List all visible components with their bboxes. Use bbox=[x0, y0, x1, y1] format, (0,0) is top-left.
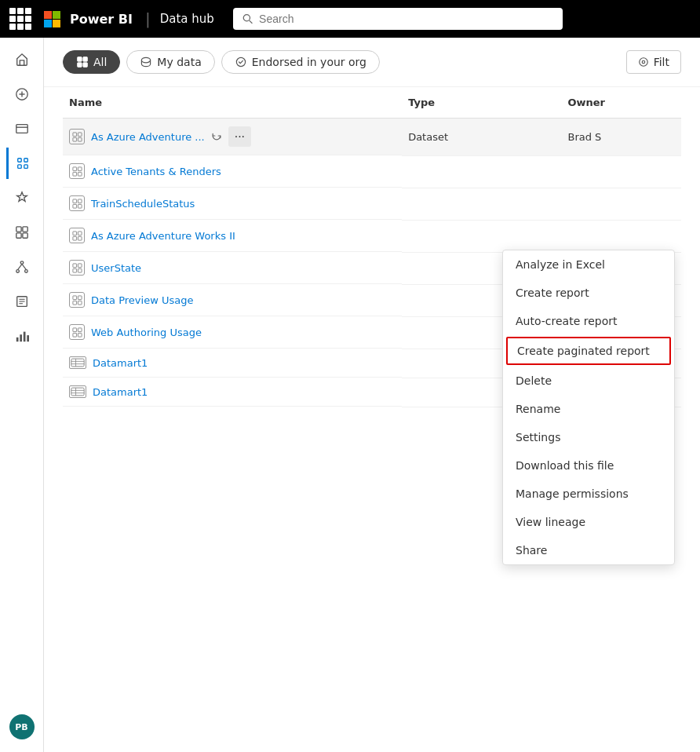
context-menu-item[interactable]: View lineage bbox=[503, 508, 674, 536]
item-name[interactable]: Datamart1 bbox=[93, 357, 148, 369]
tab-all[interactable]: All bbox=[63, 50, 120, 74]
cell-name: Data Preview Usage bbox=[63, 284, 402, 316]
context-menu: Analyze in ExcelCreate reportAuto-create… bbox=[502, 250, 675, 565]
filter-icon bbox=[638, 57, 649, 68]
filter-button[interactable]: Filt bbox=[626, 50, 681, 74]
item-name[interactable]: Web Authoring Usage bbox=[91, 327, 202, 338]
all-icon bbox=[76, 56, 89, 68]
svg-rect-27 bbox=[78, 57, 82, 62]
top-nav: Power BI | Data hub bbox=[0, 0, 700, 38]
svg-rect-26 bbox=[27, 335, 29, 341]
sidebar-item-home[interactable] bbox=[6, 44, 38, 75]
sidebar-item-deployment[interactable] bbox=[6, 251, 38, 283]
svg-point-31 bbox=[142, 57, 151, 62]
svg-rect-6 bbox=[18, 159, 22, 162]
svg-rect-29 bbox=[78, 63, 82, 68]
dataset-icon bbox=[69, 228, 85, 243]
svg-rect-25 bbox=[23, 332, 25, 342]
svg-rect-10 bbox=[16, 227, 20, 232]
sidebar-item-browse[interactable] bbox=[6, 113, 38, 144]
sidebar-item-metrics[interactable] bbox=[6, 320, 38, 352]
sidebar-item-goals[interactable] bbox=[6, 182, 38, 214]
svg-line-17 bbox=[17, 264, 21, 269]
cell-owner bbox=[561, 155, 681, 188]
tab-mydata[interactable]: My data bbox=[126, 50, 214, 74]
sidebar-item-datahub[interactable] bbox=[6, 148, 38, 179]
svg-rect-24 bbox=[20, 334, 22, 341]
context-menu-item[interactable]: Share bbox=[503, 536, 674, 564]
svg-rect-59 bbox=[72, 327, 76, 331]
item-name[interactable]: Active Tenants & Renders bbox=[91, 166, 221, 177]
item-name[interactable]: As Azure Adventure ... bbox=[91, 131, 205, 143]
filter-label: Filt bbox=[654, 56, 669, 68]
nav-divider: | bbox=[145, 9, 151, 28]
table-row: As Azure Adventure Works II bbox=[63, 220, 681, 252]
user-avatar[interactable]: PB bbox=[9, 714, 35, 739]
microsoft-logo bbox=[44, 11, 60, 27]
more-options-button[interactable]: ··· bbox=[228, 126, 251, 147]
item-name[interactable]: As Azure Adventure Works II bbox=[91, 230, 235, 242]
svg-rect-52 bbox=[78, 263, 82, 267]
svg-rect-44 bbox=[78, 199, 82, 203]
context-menu-item[interactable]: Download this file bbox=[503, 451, 674, 480]
item-name[interactable]: Datamart1 bbox=[93, 386, 148, 398]
svg-point-0 bbox=[243, 15, 250, 21]
svg-point-34 bbox=[642, 60, 645, 64]
context-menu-item[interactable]: Create report bbox=[503, 279, 674, 307]
svg-rect-45 bbox=[72, 204, 76, 208]
svg-rect-62 bbox=[78, 333, 82, 337]
svg-point-14 bbox=[20, 261, 24, 265]
svg-point-16 bbox=[24, 270, 27, 273]
datamart-icon bbox=[69, 356, 86, 369]
context-menu-item[interactable]: Delete bbox=[503, 367, 674, 395]
search-input[interactable] bbox=[259, 13, 553, 25]
svg-rect-36 bbox=[78, 132, 82, 136]
svg-rect-58 bbox=[78, 301, 82, 305]
svg-rect-11 bbox=[22, 227, 27, 232]
svg-rect-7 bbox=[24, 159, 28, 162]
item-name[interactable]: Data Preview Usage bbox=[91, 294, 193, 306]
svg-rect-50 bbox=[78, 236, 82, 240]
context-menu-item[interactable]: Rename bbox=[503, 395, 674, 423]
table-row: Active Tenants & Renders bbox=[63, 155, 681, 188]
svg-rect-49 bbox=[72, 236, 76, 240]
svg-rect-46 bbox=[78, 204, 82, 208]
main-layout: PB All My data bbox=[0, 38, 700, 752]
item-name[interactable]: TrainScheduleStatus bbox=[91, 198, 195, 210]
context-menu-item[interactable]: Analyze in Excel bbox=[503, 250, 674, 279]
cell-name: Active Tenants & Renders bbox=[63, 155, 402, 188]
svg-rect-30 bbox=[83, 63, 88, 68]
cell-type bbox=[402, 188, 561, 220]
svg-rect-37 bbox=[72, 137, 76, 141]
sidebar-item-create[interactable] bbox=[6, 78, 38, 110]
context-menu-item[interactable]: Create paginated report bbox=[506, 337, 671, 365]
dataset-icon bbox=[69, 195, 85, 211]
svg-rect-5 bbox=[16, 125, 27, 133]
dataset-icon bbox=[69, 129, 85, 144]
col-header-owner: Owner bbox=[561, 87, 681, 119]
svg-rect-13 bbox=[22, 233, 27, 238]
svg-line-18 bbox=[22, 264, 26, 269]
svg-rect-56 bbox=[78, 295, 82, 299]
app-launcher-icon[interactable] bbox=[9, 8, 31, 30]
item-name[interactable]: UserState bbox=[91, 262, 141, 274]
refresh-icon[interactable] bbox=[211, 130, 222, 144]
context-menu-item[interactable]: Manage permissions bbox=[503, 480, 674, 508]
cell-name: As Azure Adventure Works II bbox=[63, 220, 402, 252]
sidebar-item-apps[interactable] bbox=[6, 217, 38, 248]
svg-point-15 bbox=[16, 270, 19, 273]
tab-endorsed[interactable]: Endorsed in your org bbox=[221, 50, 380, 74]
search-bar[interactable] bbox=[233, 8, 563, 30]
svg-rect-35 bbox=[72, 132, 76, 136]
context-menu-item[interactable]: Settings bbox=[503, 423, 674, 451]
svg-rect-61 bbox=[72, 333, 76, 337]
svg-rect-28 bbox=[83, 57, 88, 62]
cell-name: Datamart1 bbox=[63, 349, 402, 378]
svg-line-1 bbox=[250, 20, 253, 24]
svg-rect-12 bbox=[16, 233, 20, 238]
brand-name: Power BI bbox=[70, 12, 133, 27]
tab-all-label: All bbox=[93, 56, 107, 68]
sidebar-item-learn[interactable] bbox=[6, 286, 38, 317]
svg-rect-48 bbox=[78, 231, 82, 235]
context-menu-item[interactable]: Auto-create report bbox=[503, 307, 674, 335]
